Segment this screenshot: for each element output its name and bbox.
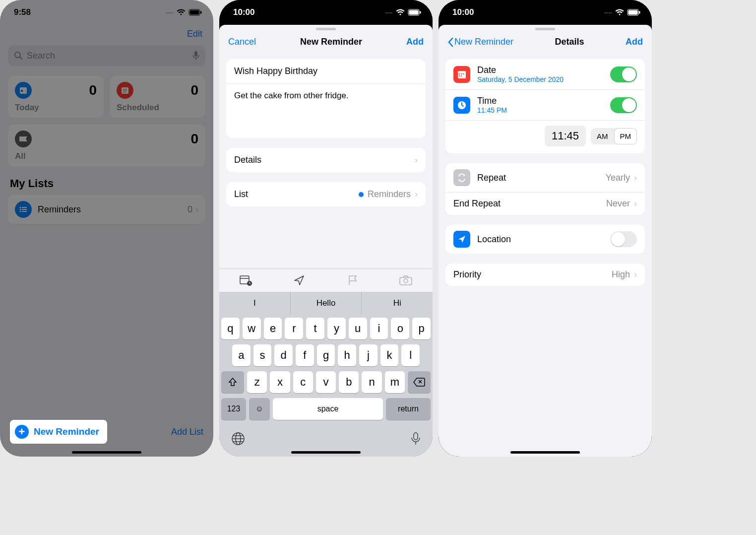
- scheduled-card[interactable]: 0 Scheduled: [110, 76, 205, 118]
- date-row[interactable]: Date Saturday, 5 December 2020: [445, 59, 645, 89]
- calendar-clock-icon[interactable]: [239, 274, 253, 287]
- key-h[interactable]: h: [338, 344, 356, 366]
- status-bar: 10:00 ••••: [439, 0, 652, 25]
- dictation-icon[interactable]: [411, 432, 421, 446]
- key-p[interactable]: p: [412, 318, 431, 339]
- backspace-key[interactable]: [408, 371, 431, 393]
- svg-rect-1: [190, 10, 199, 15]
- date-label: Date: [477, 65, 564, 75]
- location-toggle[interactable]: [610, 231, 637, 247]
- key-y[interactable]: y: [327, 318, 346, 339]
- end-repeat-row[interactable]: End Repeat Never ›: [445, 192, 645, 215]
- location-row[interactable]: Location: [445, 225, 645, 254]
- location-arrow-icon[interactable]: [292, 274, 307, 287]
- key-a[interactable]: a: [232, 344, 251, 366]
- date-toggle[interactable]: [610, 67, 637, 82]
- list-row[interactable]: List Reminders ›: [226, 182, 426, 206]
- ampm-segmented[interactable]: AM PM: [591, 128, 637, 144]
- wifi-icon: [396, 9, 405, 16]
- emoji-key[interactable]: ☺: [249, 398, 270, 420]
- chevron-right-icon: ›: [415, 155, 418, 165]
- time-picker: 11:45 AM PM: [445, 120, 645, 153]
- shift-key[interactable]: [221, 371, 244, 393]
- key-b[interactable]: b: [339, 371, 359, 393]
- key-t[interactable]: t: [306, 318, 324, 339]
- priority-row[interactable]: Priority High ›: [445, 264, 645, 286]
- nav-title: New Reminder: [300, 37, 362, 47]
- back-button[interactable]: New Reminder: [447, 37, 513, 47]
- mic-icon[interactable]: [192, 51, 199, 61]
- am-option[interactable]: AM: [591, 128, 614, 144]
- key-e[interactable]: e: [264, 318, 282, 339]
- globe-icon[interactable]: [231, 432, 245, 446]
- chevron-right-icon: ›: [195, 204, 198, 215]
- svg-rect-35: [458, 71, 466, 78]
- search-field[interactable]: Search: [8, 45, 205, 66]
- location-label: Location: [477, 234, 511, 245]
- key-w[interactable]: w: [243, 318, 261, 339]
- key-u[interactable]: u: [349, 318, 367, 339]
- add-list-button[interactable]: Add List: [171, 427, 203, 437]
- status-time: 9:58: [14, 7, 31, 17]
- key-z[interactable]: z: [247, 371, 267, 393]
- today-icon: [15, 82, 32, 99]
- key-f[interactable]: f: [296, 344, 314, 366]
- svg-line-4: [20, 57, 22, 59]
- list-icon: [15, 201, 32, 218]
- reminder-notes-field[interactable]: Get the cake from other fridge.: [226, 83, 426, 138]
- camera-icon[interactable]: [398, 274, 413, 287]
- repeat-group: Repeat Yearly › End Repeat Never ›: [445, 163, 645, 215]
- keyboard-suggestions: I Hello Hi: [219, 292, 433, 315]
- details-label: Details: [234, 155, 261, 165]
- list-label: List: [234, 189, 248, 200]
- add-button[interactable]: Add: [626, 37, 643, 47]
- reminder-title-field[interactable]: Wish Happy Birthday: [226, 59, 426, 83]
- key-l[interactable]: l: [401, 344, 420, 366]
- today-card[interactable]: 0 Today: [8, 76, 104, 118]
- time-toggle[interactable]: [610, 97, 637, 113]
- time-row[interactable]: Time 11:45 PM: [445, 89, 645, 120]
- key-d[interactable]: d: [274, 344, 293, 366]
- time-display[interactable]: 11:45: [545, 126, 586, 146]
- key-s[interactable]: s: [253, 344, 272, 366]
- key-q[interactable]: q: [221, 318, 240, 339]
- priority-group: Priority High ›: [445, 264, 645, 286]
- list-row-reminders[interactable]: Reminders 0 ›: [8, 195, 205, 224]
- key-x[interactable]: x: [270, 371, 290, 393]
- add-button[interactable]: Add: [406, 37, 424, 47]
- key-n[interactable]: n: [362, 371, 381, 393]
- details-row[interactable]: Details ›: [226, 148, 426, 172]
- suggestion-1[interactable]: Hello: [291, 292, 362, 315]
- suggestion-2[interactable]: Hi: [362, 292, 433, 315]
- new-reminder-button[interactable]: + New Reminder: [10, 420, 107, 444]
- key-o[interactable]: o: [391, 318, 409, 339]
- key-g[interactable]: g: [317, 344, 335, 366]
- pm-option[interactable]: PM: [614, 128, 637, 144]
- key-m[interactable]: m: [385, 371, 405, 393]
- numbers-key[interactable]: 123: [221, 398, 246, 420]
- repeat-row[interactable]: Repeat Yearly ›: [445, 163, 645, 192]
- home-indicator[interactable]: [291, 451, 361, 454]
- new-reminder-label: New Reminder: [34, 426, 99, 437]
- today-count: 0: [89, 82, 97, 98]
- return-key[interactable]: return: [386, 398, 431, 420]
- flag-icon[interactable]: [345, 274, 360, 287]
- end-repeat-label: End Repeat: [453, 199, 501, 209]
- key-j[interactable]: j: [359, 344, 378, 366]
- key-v[interactable]: v: [316, 371, 336, 393]
- svg-rect-34: [639, 11, 640, 14]
- space-key[interactable]: space: [273, 398, 383, 420]
- key-r[interactable]: r: [285, 318, 303, 339]
- home-indicator[interactable]: [510, 451, 580, 454]
- chevron-right-icon: ›: [415, 189, 418, 200]
- edit-button[interactable]: Edit: [8, 25, 205, 45]
- end-repeat-value: Never: [606, 199, 630, 209]
- key-i[interactable]: i: [370, 318, 388, 339]
- cancel-button[interactable]: Cancel: [228, 37, 256, 47]
- status-icons: ••••: [385, 9, 422, 16]
- key-c[interactable]: c: [293, 371, 313, 393]
- all-card[interactable]: 0 All: [8, 125, 205, 166]
- suggestion-0[interactable]: I: [219, 292, 291, 315]
- home-indicator[interactable]: [72, 451, 141, 454]
- key-k[interactable]: k: [380, 344, 399, 366]
